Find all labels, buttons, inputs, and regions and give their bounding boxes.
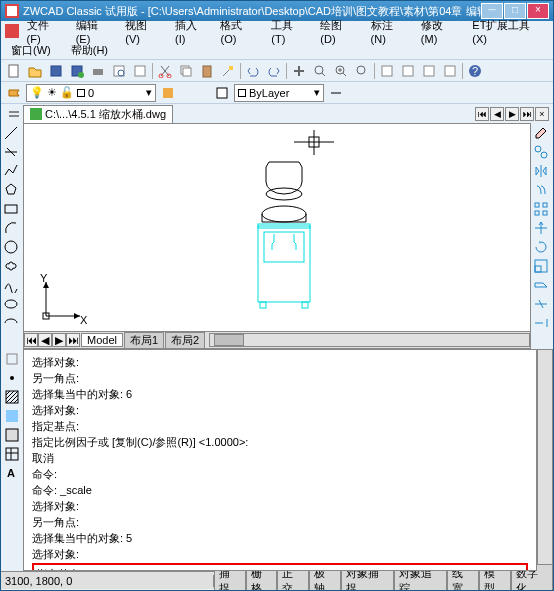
svg-rect-37: [258, 224, 310, 302]
dropdown-arrow-icon: ▾: [314, 86, 320, 99]
svg-rect-56: [6, 448, 18, 460]
spline-icon[interactable]: [3, 277, 21, 295]
menu-et[interactable]: ET扩展工具(X): [466, 17, 549, 46]
block-icon[interactable]: [4, 351, 20, 369]
copy-icon[interactable]: [177, 62, 195, 80]
ellipse-icon[interactable]: [3, 296, 21, 314]
tab-last-icon[interactable]: ⏭: [520, 107, 534, 121]
tab-close-icon[interactable]: ×: [535, 107, 549, 121]
svg-rect-23: [445, 66, 455, 76]
layout-next-icon[interactable]: ▶: [52, 333, 66, 347]
cmd-line: 选择集当中的对象: 6: [32, 386, 528, 402]
layer-props-icon[interactable]: [5, 84, 23, 102]
erase-icon[interactable]: [533, 125, 551, 143]
circle-icon[interactable]: [3, 239, 21, 257]
move-icon[interactable]: [533, 220, 551, 238]
properties-icon[interactable]: [378, 62, 396, 80]
v-scrollbar[interactable]: [537, 349, 553, 571]
lightbulb-icon: 💡: [30, 86, 44, 99]
gradient-icon[interactable]: [4, 408, 20, 426]
layer-combo[interactable]: 💡 ☀ 🔓 0 ▾: [26, 84, 156, 102]
rotate-icon[interactable]: [533, 239, 551, 257]
menu-insert[interactable]: 插入(I): [169, 17, 213, 46]
menu-help[interactable]: 帮助(H): [65, 42, 114, 59]
help-icon[interactable]: ?: [466, 62, 484, 80]
color-combo[interactable]: ByLayer ▾: [234, 84, 324, 102]
svg-point-33: [5, 300, 17, 308]
arc-icon[interactable]: [3, 220, 21, 238]
extend-icon[interactable]: [533, 315, 551, 333]
pline-icon[interactable]: [3, 163, 21, 181]
hatch-icon[interactable]: [4, 389, 20, 407]
pan-icon[interactable]: [290, 62, 308, 80]
svg-rect-14: [183, 68, 191, 76]
polygon-icon[interactable]: [3, 182, 21, 200]
open-icon[interactable]: [26, 62, 44, 80]
trim-icon[interactable]: [533, 296, 551, 314]
layout-last-icon[interactable]: ⏭: [66, 333, 80, 347]
menu-tools[interactable]: 工具(T): [265, 17, 312, 46]
save-icon[interactable]: [47, 62, 65, 80]
svg-rect-45: [535, 203, 539, 207]
paste-icon[interactable]: [198, 62, 216, 80]
layout-prev-icon[interactable]: ◀: [38, 333, 52, 347]
cut-icon[interactable]: [156, 62, 174, 80]
mtext-icon[interactable]: A: [4, 465, 20, 483]
layout-first-icon[interactable]: ⏮: [24, 333, 38, 347]
array-icon[interactable]: [533, 201, 551, 219]
zoom-prev-icon[interactable]: [353, 62, 371, 80]
menu-dim[interactable]: 标注(N): [365, 17, 413, 46]
mirror-icon[interactable]: [533, 163, 551, 181]
line-icon[interactable]: [3, 125, 21, 143]
saveas-icon[interactable]: [68, 62, 86, 80]
new-icon[interactable]: [5, 62, 23, 80]
drawing-canvas[interactable]: Y X ⏮ ◀ ▶ ⏭ Model 布局1 布局2: [23, 123, 531, 349]
match-icon[interactable]: [219, 62, 237, 80]
color-value: ByLayer: [249, 87, 289, 99]
tab-layout2[interactable]: 布局2: [165, 332, 205, 349]
menu-window[interactable]: 窗口(W): [5, 42, 57, 59]
menu-view[interactable]: 视图(V): [119, 17, 167, 46]
tab-layout1[interactable]: 布局1: [124, 332, 164, 349]
menu-modify[interactable]: 修改(M): [415, 17, 464, 46]
zoom-window-icon[interactable]: [332, 62, 350, 80]
ellipse-arc-icon[interactable]: [3, 315, 21, 333]
point-icon[interactable]: [4, 370, 20, 388]
color-icon[interactable]: [213, 84, 231, 102]
doc-menu-icon[interactable]: [5, 105, 23, 123]
cmd-line: 选择对象:: [32, 354, 528, 370]
stretch-icon[interactable]: [533, 277, 551, 295]
tab-next-icon[interactable]: ▶: [505, 107, 519, 121]
preview-icon[interactable]: [110, 62, 128, 80]
tab-prev-icon[interactable]: ◀: [490, 107, 504, 121]
svg-rect-54: [6, 410, 18, 422]
tab-model[interactable]: Model: [81, 333, 123, 347]
undo-icon[interactable]: [244, 62, 262, 80]
rectangle-icon[interactable]: [3, 201, 21, 219]
print-icon[interactable]: [89, 62, 107, 80]
layer-prev-icon[interactable]: [159, 84, 177, 102]
drawing-content: [24, 124, 530, 348]
h-scrollbar[interactable]: [209, 333, 530, 347]
region-icon[interactable]: [4, 427, 20, 445]
xline-icon[interactable]: [3, 144, 21, 162]
table-icon[interactable]: [4, 446, 20, 464]
redo-icon[interactable]: [265, 62, 283, 80]
command-window[interactable]: 选择对象: 另一角点: 选择集当中的对象: 6 选择对象: 指定基点: 指定比例…: [23, 349, 537, 571]
menu-draw[interactable]: 绘图(D): [314, 17, 362, 46]
cmd-line: 命令:: [32, 466, 528, 482]
document-tab[interactable]: C:\...\4.5.1 缩放水桶.dwg: [23, 105, 173, 123]
publish-icon[interactable]: [131, 62, 149, 80]
revcloud-icon[interactable]: [3, 258, 21, 276]
tab-first-icon[interactable]: ⏮: [475, 107, 489, 121]
offset-icon[interactable]: [533, 182, 551, 200]
svg-rect-21: [403, 66, 413, 76]
calc-icon[interactable]: [441, 62, 459, 80]
zoom-realtime-icon[interactable]: [311, 62, 329, 80]
scale-icon[interactable]: [533, 258, 551, 276]
menu-format[interactable]: 格式(O): [214, 17, 263, 46]
linetype-icon[interactable]: [327, 84, 345, 102]
copy-obj-icon[interactable]: [533, 144, 551, 162]
design-center-icon[interactable]: [399, 62, 417, 80]
tool-palette-icon[interactable]: [420, 62, 438, 80]
